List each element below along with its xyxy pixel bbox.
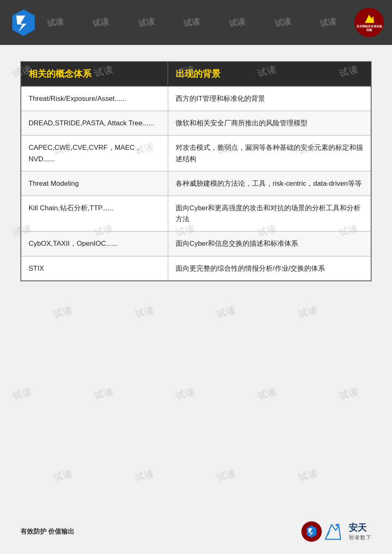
header-watermarks: 试读 试读 试读 试读 试读 试读 试读: [33, 0, 351, 45]
watermark-24: 试读: [134, 467, 156, 484]
footer-brand-lightning-icon: [323, 522, 348, 541]
table-cell-background: 面向Cyber和信息交换的描述和标准体系: [168, 231, 371, 256]
watermark-17: 试读: [297, 304, 319, 320]
watermark-19: 试读: [93, 385, 115, 402]
watermark-23: 试读: [52, 467, 74, 484]
svg-marker-4: [307, 525, 316, 538]
watermark-25: 试读: [215, 467, 237, 484]
table-cell-background: 各种威胁建模的方法论，工具，risk-centric，data-driven等等: [168, 171, 371, 196]
table-cell-concept: STIX: [21, 256, 168, 281]
concept-table: 相关的概念体系 出现的背景 Threat/Risk/Exposure/Asset…: [20, 61, 372, 281]
antiy-logo-icon: [8, 7, 39, 38]
table-cell-concept: DREAD,STRIDE,PASTA, Attack Tree......: [21, 111, 168, 136]
table-cell-background: 西方的IT管理和标准化的背景: [168, 86, 371, 111]
watermark-26: 试读: [297, 467, 319, 484]
table-cell-concept: CAPEC,CWE,CVE,CVRF，MAEC，NVD......: [21, 136, 168, 171]
header-wm-6: 试读: [274, 16, 292, 29]
header-wm-5: 试读: [228, 16, 246, 29]
table-cell-concept: CybOX,TAXII，OpenIOC......: [21, 231, 168, 256]
table-row: Threat Modeling各种威胁建模的方法论，工具，risk-centri…: [21, 171, 371, 196]
watermark-21: 试读: [256, 385, 278, 402]
table-cell-concept: Threat Modeling: [21, 171, 168, 196]
table-row: Threat/Risk/Exposure/Asset......西方的IT管理和…: [21, 86, 371, 111]
table-cell-background: 对攻击模式，脆弱点，漏洞等各种基础的安全元素的标定和描述结构: [168, 136, 371, 171]
col1-header: 相关的概念体系: [21, 62, 168, 86]
table-row: Kill Chain,钻石分析,TTP......面向Cyber和更高强度的攻击…: [21, 196, 371, 231]
footer-brand-text: 安天 智者数下: [323, 522, 372, 541]
table-row: CAPEC,CWE,CVE,CVRF，MAEC，NVD......对攻击模式，脆…: [21, 136, 371, 171]
header-wm-4: 试读: [183, 16, 201, 29]
footer-tagline: 有效防护 价值输出: [20, 527, 74, 536]
header-wm-2: 试读: [92, 16, 110, 29]
watermark-15: 试读: [134, 304, 156, 320]
brand-sub-text: 智者数下: [349, 534, 372, 541]
svg-marker-6: [325, 525, 341, 539]
table-row: DREAD,STRIDE,PASTA, Attack Tree......微软和…: [21, 111, 371, 136]
table-header-row: 相关的概念体系 出现的背景: [21, 62, 371, 86]
watermark-16: 试读: [215, 304, 237, 320]
header-wm-7: 试读: [319, 16, 337, 29]
watermark-18: 试读: [11, 385, 33, 402]
table-cell-concept: Threat/Risk/Exposure/Asset......: [21, 86, 168, 111]
footer-antiy-icon: [304, 524, 319, 539]
footer: 有效防护 价值输出 安天 智者数下: [0, 521, 392, 542]
watermark-20: 试读: [174, 385, 196, 402]
footer-brand-area: 安天 智者数下: [301, 521, 372, 542]
table-cell-background: 面向更完整的综合性的情报分析/作业/交换的体系: [168, 256, 371, 281]
brand-circle: 安关网络安全培训套四期: [354, 8, 384, 37]
table-cell-concept: Kill Chain,钻石分析,TTP......: [21, 196, 168, 231]
header-wm-3: 试读: [138, 16, 156, 29]
header-wm-1: 试读: [47, 16, 65, 29]
svg-marker-2: [365, 15, 374, 23]
watermark-14: 试读: [52, 304, 74, 320]
table-cell-background: 微软和相关安全厂商所推出的风险管理模型: [168, 111, 371, 136]
brand-name-text: 安天: [349, 522, 372, 534]
svg-marker-0: [12, 9, 35, 36]
table-row: STIX面向更完整的综合性的情报分析/作业/交换的体系: [21, 256, 371, 281]
footer-logo-icon: [301, 521, 322, 542]
table-cell-background: 面向Cyber和更高强度的攻击和对抗的场景的分析工具和分析方法: [168, 196, 371, 231]
header-logo: [8, 7, 39, 38]
watermark-22: 试读: [338, 385, 360, 402]
col2-header: 出现的背景: [168, 62, 371, 86]
main-content: 相关的概念体系 出现的背景 Threat/Risk/Exposure/Asset…: [0, 45, 392, 298]
header: 试读 试读 试读 试读 试读 试读 试读 安关网络安全培训套四期: [0, 0, 392, 45]
table-row: CybOX,TAXII，OpenIOC......面向Cyber和信息交换的描述…: [21, 231, 371, 256]
brand-icon: [363, 13, 376, 24]
header-right-brand: 安关网络安全培训套四期: [354, 8, 384, 37]
